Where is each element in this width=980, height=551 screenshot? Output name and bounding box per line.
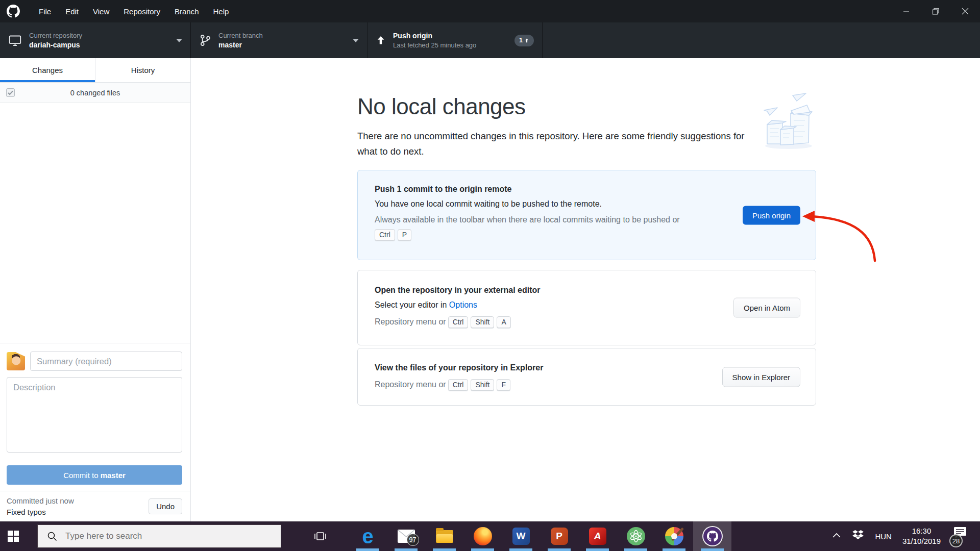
close-button[interactable] bbox=[950, 0, 980, 22]
current-branch-name: master bbox=[218, 41, 263, 49]
key-ctrl: Ctrl bbox=[375, 229, 395, 241]
word-icon: W bbox=[512, 528, 530, 545]
mail-unread-badge: 97 bbox=[407, 534, 419, 546]
search-input[interactable] bbox=[64, 531, 281, 542]
taskbar-app-firefox[interactable] bbox=[463, 521, 502, 551]
acrobat-icon: A bbox=[589, 528, 606, 545]
taskbar-app-paint[interactable] bbox=[655, 521, 693, 551]
last-fetched-text: Last fetched 25 minutes ago bbox=[393, 41, 476, 49]
commit-summary-input[interactable] bbox=[30, 352, 182, 371]
key-ctrl: Ctrl bbox=[448, 316, 469, 328]
key-shift: Shift bbox=[471, 316, 494, 328]
current-branch-label: Current branch bbox=[218, 32, 263, 39]
undo-button[interactable]: Undo bbox=[149, 498, 182, 514]
card-body: You have one local commit waiting to be … bbox=[375, 199, 714, 209]
key-p: P bbox=[398, 229, 411, 241]
up-arrow-icon bbox=[524, 38, 529, 43]
push-up-arrow-icon bbox=[376, 35, 386, 46]
time-text: 16:30 bbox=[902, 526, 941, 536]
date-text: 31/10/2019 bbox=[902, 536, 941, 546]
key-ctrl: Ctrl bbox=[448, 379, 469, 391]
tray-expand-chevron[interactable] bbox=[832, 532, 841, 541]
taskbar-app-github-desktop[interactable] bbox=[693, 521, 731, 551]
language-indicator[interactable]: HUN bbox=[875, 532, 892, 541]
paper-stack-illustration bbox=[759, 89, 816, 154]
page-title: No local changes bbox=[357, 94, 526, 119]
push-origin-toolbar-button[interactable]: Push origin Last fetched 25 minutes ago … bbox=[368, 22, 543, 58]
window-controls bbox=[891, 0, 980, 22]
taskbar-app-atom[interactable] bbox=[617, 521, 655, 551]
commit-form: Commit to master bbox=[0, 343, 190, 485]
show-in-explorer-button[interactable]: Show in Explorer bbox=[722, 367, 800, 387]
open-in-atom-button[interactable]: Open in Atom bbox=[733, 298, 800, 318]
pinned-apps: e 97 W P A bbox=[349, 521, 731, 551]
menu-edit[interactable]: Edit bbox=[58, 0, 86, 22]
github-desktop-icon bbox=[703, 527, 722, 545]
current-repository-button[interactable]: Current repository dariah-campus bbox=[0, 22, 191, 58]
clock[interactable]: 16:30 31/10/2019 bbox=[902, 526, 941, 546]
changed-files-count: 0 changed files bbox=[15, 89, 176, 97]
taskbar-app-word[interactable]: W bbox=[502, 521, 540, 551]
menu-file[interactable]: File bbox=[32, 0, 58, 22]
menu-view[interactable]: View bbox=[86, 0, 116, 22]
menu-bar: File Edit View Repository Branch Help bbox=[32, 0, 236, 22]
monitor-icon bbox=[8, 34, 22, 47]
start-button[interactable] bbox=[1, 521, 26, 551]
firefox-icon bbox=[474, 527, 492, 545]
running-indicator bbox=[471, 548, 494, 551]
open-editor-card: Open the repository in your external edi… bbox=[357, 270, 816, 345]
maximize-button[interactable] bbox=[921, 0, 950, 22]
hint-text: Repository menu or bbox=[375, 380, 446, 389]
taskbar-app-acrobat[interactable]: A bbox=[578, 521, 617, 551]
sidebar: Changes History 0 changed files Commit t… bbox=[0, 58, 191, 521]
menu-repository[interactable]: Repository bbox=[116, 0, 167, 22]
card-title: Push 1 commit to the origin remote bbox=[375, 185, 714, 194]
git-branch-icon bbox=[199, 34, 211, 47]
commit-description-input[interactable] bbox=[7, 377, 182, 453]
card-hint: Repository menu or Ctrl Shift A bbox=[375, 316, 714, 328]
tab-changes[interactable]: Changes bbox=[0, 58, 95, 82]
card-hint: Always available in the toolbar when the… bbox=[375, 215, 714, 224]
select-all-checkbox[interactable] bbox=[6, 88, 15, 97]
menu-branch[interactable]: Branch bbox=[167, 0, 206, 22]
chevron-up-icon bbox=[832, 533, 841, 539]
running-indicator bbox=[509, 548, 532, 551]
file-explorer-icon bbox=[436, 530, 453, 543]
edge-icon: e bbox=[362, 527, 373, 545]
red-annotation-arrow bbox=[801, 208, 878, 266]
card-body: Select your editor in bbox=[375, 300, 449, 309]
commit-button-branch: master bbox=[101, 471, 126, 480]
changed-files-row: 0 changed files bbox=[0, 83, 190, 103]
toolbar: Current repository dariah-campus Current… bbox=[0, 22, 980, 58]
options-link[interactable]: Options bbox=[449, 300, 477, 309]
taskbar-app-mail[interactable]: 97 bbox=[387, 521, 425, 551]
key-a: A bbox=[497, 316, 510, 328]
commit-to-master-button[interactable]: Commit to master bbox=[7, 465, 182, 485]
action-center-button[interactable]: 28 bbox=[951, 526, 972, 546]
page-subtitle: There are no uncommitted changes in this… bbox=[357, 129, 763, 159]
menu-help[interactable]: Help bbox=[206, 0, 236, 22]
taskbar-search[interactable] bbox=[37, 524, 281, 548]
last-commit-message: Fixed typos bbox=[7, 508, 74, 516]
powerpoint-icon: P bbox=[551, 528, 568, 545]
sidebar-tabs: Changes History bbox=[0, 58, 190, 83]
atom-icon bbox=[627, 527, 645, 545]
tab-history[interactable]: History bbox=[95, 58, 190, 82]
dropbox-tray-icon[interactable] bbox=[852, 530, 864, 542]
main-content: No local changes There are no uncommitte… bbox=[191, 58, 980, 521]
taskbar-app-powerpoint[interactable]: P bbox=[540, 521, 578, 551]
undo-commit-bar: Committed just now Fixed typos Undo bbox=[0, 491, 190, 521]
current-branch-button[interactable]: Current branch master bbox=[191, 22, 368, 58]
push-origin-button[interactable]: Push origin bbox=[743, 206, 800, 224]
minimize-button[interactable] bbox=[891, 0, 921, 22]
mail-icon: 97 bbox=[398, 530, 415, 543]
ahead-count: 1 bbox=[519, 37, 523, 44]
running-indicator bbox=[701, 548, 724, 551]
taskbar-app-file-explorer[interactable] bbox=[425, 521, 463, 551]
running-indicator bbox=[586, 548, 609, 551]
running-indicator bbox=[433, 548, 456, 551]
task-view-button[interactable] bbox=[308, 521, 332, 551]
taskbar-app-edge[interactable]: e bbox=[349, 521, 387, 551]
commit-button-prefix: Commit to bbox=[63, 471, 101, 480]
task-view-icon bbox=[313, 530, 327, 542]
